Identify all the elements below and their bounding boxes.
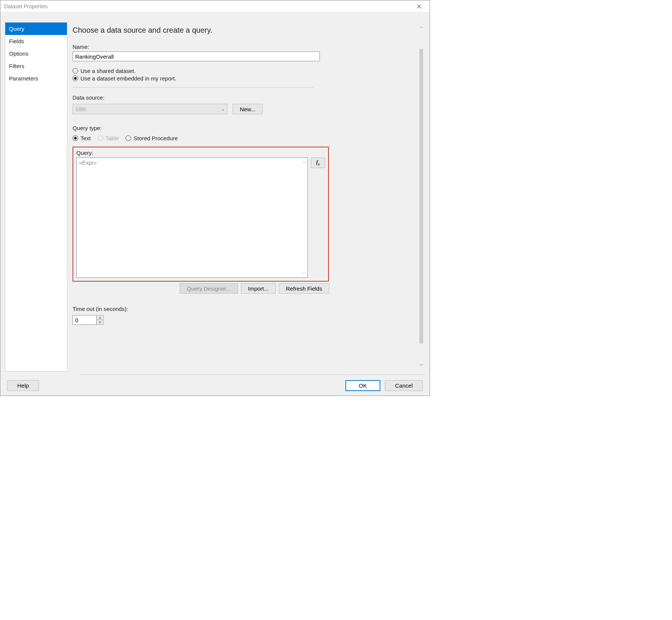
scroll-down-icon[interactable]: ﹀ xyxy=(419,362,424,368)
query-row: ︿ ﹀ fx xyxy=(76,158,325,278)
dataset-mode-group: Use a shared dataset. Use a dataset embe… xyxy=(73,67,410,83)
ok-button[interactable]: OK xyxy=(345,380,381,391)
page-heading: Choose a data source and create a query. xyxy=(73,26,410,35)
query-textarea-wrap: ︿ ﹀ xyxy=(76,158,308,278)
query-highlight-box: Query: ︿ ﹀ fx xyxy=(73,147,329,282)
footer-right: OK Cancel xyxy=(345,380,423,391)
datasource-row: Linn ⌄ New... xyxy=(73,104,410,114)
scroll-thumb[interactable] xyxy=(419,49,423,344)
radio-label: Use a shared dataset. xyxy=(80,68,136,74)
radio-embedded-dataset[interactable]: Use a dataset embedded in my report. xyxy=(73,75,410,82)
query-type-group: Text Table Stored Procedure xyxy=(73,135,410,141)
import-button[interactable]: Import... xyxy=(241,283,276,294)
scroll-down-icon[interactable]: ﹀ xyxy=(302,271,306,276)
query-label: Query: xyxy=(76,150,325,156)
radio-icon xyxy=(126,135,131,141)
radio-icon xyxy=(98,135,103,141)
scroll-up-icon[interactable]: ︿ xyxy=(302,159,306,165)
sidebar-item-query[interactable]: Query xyxy=(5,23,67,35)
timeout-label: Time out (in seconds): xyxy=(73,306,410,312)
query-designer-button: Query Designer... xyxy=(180,283,238,294)
spinner-up-button[interactable]: ▲ xyxy=(97,315,103,320)
footer-divider xyxy=(79,374,425,375)
name-input[interactable] xyxy=(73,52,320,61)
radio-label: Stored Procedure xyxy=(133,135,178,141)
sidebar-item-options[interactable]: Options xyxy=(5,47,67,60)
dialog-footer: Help OK Cancel xyxy=(5,380,425,391)
timeout-input[interactable] xyxy=(73,315,97,325)
radio-query-type-sp[interactable]: Stored Procedure xyxy=(126,135,178,141)
radio-icon xyxy=(73,68,78,74)
close-icon xyxy=(417,4,421,9)
radio-label: Use a dataset embedded in my report. xyxy=(80,75,176,82)
dialog-window: Dataset Properties Query Fields Options … xyxy=(0,0,430,396)
radio-query-type-table: Table xyxy=(98,135,119,141)
main-row: Query Fields Options Filters Parameters … xyxy=(5,12,425,371)
sidebar-item-label: Filters xyxy=(9,63,24,69)
sidebar-item-filters[interactable]: Filters xyxy=(5,60,67,72)
sidebar-item-label: Fields xyxy=(9,38,24,44)
query-textarea[interactable] xyxy=(76,158,308,278)
spinner-down-button[interactable]: ▼ xyxy=(97,320,103,324)
query-type-label: Query type: xyxy=(73,125,410,131)
refresh-fields-button[interactable]: Refresh Fields xyxy=(279,283,330,294)
radio-shared-dataset[interactable]: Use a shared dataset. xyxy=(73,68,410,74)
new-datasource-button[interactable]: New... xyxy=(233,104,263,114)
datasource-dropdown[interactable]: Linn ⌄ xyxy=(73,104,227,114)
sidebar-item-label: Options xyxy=(9,50,29,57)
sidebar-item-label: Query xyxy=(9,26,24,32)
titlebar: Dataset Properties xyxy=(0,0,430,12)
datasource-label: Data source: xyxy=(73,94,410,101)
help-button[interactable]: Help xyxy=(7,380,39,391)
divider xyxy=(73,87,314,88)
name-label: Name: xyxy=(73,44,410,50)
fx-icon: fx xyxy=(316,159,320,166)
close-button[interactable] xyxy=(412,1,427,12)
radio-icon xyxy=(73,76,78,81)
chevron-down-icon: ⌄ xyxy=(221,106,225,112)
content-panel: Choose a data source and create a query.… xyxy=(73,22,412,371)
expression-fx-button[interactable]: fx xyxy=(311,158,325,168)
scroll-up-icon[interactable]: ︿ xyxy=(419,24,424,30)
window-title: Dataset Properties xyxy=(4,3,48,9)
radio-label: Text xyxy=(80,135,91,141)
cancel-button[interactable]: Cancel xyxy=(385,380,423,391)
dialog-body: Query Fields Options Filters Parameters … xyxy=(0,12,430,396)
sidebar-item-label: Parameters xyxy=(9,75,38,82)
query-buttons-row: Query Designer... Import... Refresh Fiel… xyxy=(180,283,410,294)
datasource-value: Linn xyxy=(76,106,86,112)
sidebar-item-fields[interactable]: Fields xyxy=(5,35,67,47)
timeout-spinner: ▲ ▼ xyxy=(73,315,410,325)
content-scrollbar[interactable]: ︿ ﹀ xyxy=(418,22,425,371)
sidebar-item-parameters[interactable]: Parameters xyxy=(5,72,67,85)
radio-label: Table xyxy=(106,135,119,141)
spinner-buttons: ▲ ▼ xyxy=(97,315,104,325)
radio-icon xyxy=(73,135,78,141)
radio-query-type-text[interactable]: Text xyxy=(73,135,91,141)
sidebar: Query Fields Options Filters Parameters xyxy=(5,22,67,371)
